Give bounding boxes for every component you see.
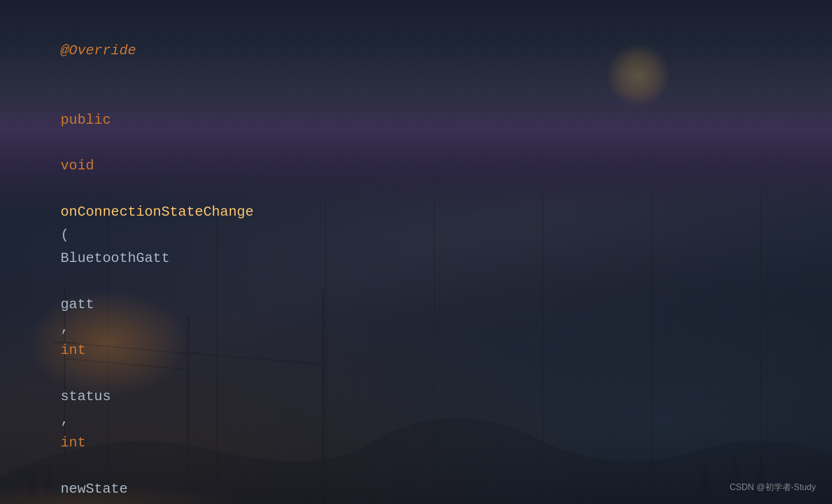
code-line-1: @Override bbox=[27, 16, 805, 86]
watermark: CSDN @初学者-Study bbox=[730, 482, 816, 493]
method-name: onConnectionStateChange bbox=[60, 204, 253, 220]
kw-void: void bbox=[60, 158, 94, 174]
code-line-2: public void onConnectionStateChange ( Bl… bbox=[27, 86, 805, 504]
type-bluetooth-gatt: BluetoothGatt bbox=[60, 250, 170, 266]
annotation-override: @Override bbox=[60, 42, 136, 59]
watermark-text: CSDN @初学者-Study bbox=[730, 482, 816, 492]
kw-public: public bbox=[60, 112, 111, 128]
code-block: @Override public void onConnectionStateC… bbox=[0, 0, 832, 504]
